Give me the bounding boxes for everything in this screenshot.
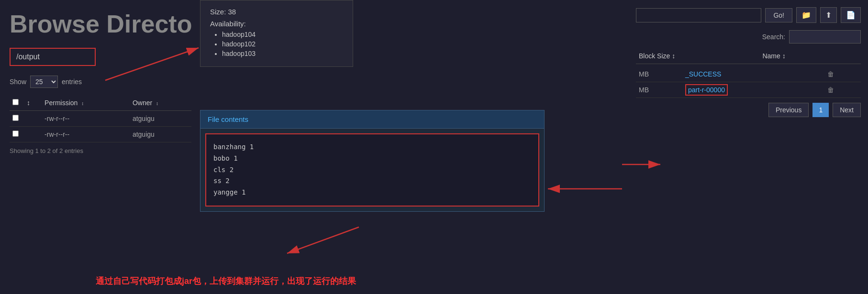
th-owner: Owner ↕ <box>130 95 191 111</box>
part-file-link[interactable]: part-r-00000 <box>685 84 728 96</box>
row1-delete-icon[interactable]: 🗑 <box>827 70 834 78</box>
content-line-2: bobo 1 <box>213 153 531 164</box>
row2-check[interactable] <box>12 131 19 137</box>
right-table-body: MB _SUCCESS 🗑 MB part-r-00000 🗑 <box>636 66 861 98</box>
th-sort[interactable]: ↕ <box>24 95 42 111</box>
right-row-1: MB _SUCCESS 🗑 <box>636 66 861 82</box>
tooltip-size: Size: 38 <box>210 8 343 16</box>
select-all-checkbox[interactable] <box>12 99 19 105</box>
success-file-link[interactable]: _SUCCESS <box>685 70 721 78</box>
left-panel: Browse Directo Show 25 50 100 entries ↕ … <box>0 0 201 294</box>
row1-delete: 🗑 <box>824 66 861 82</box>
tooltip-nodes-list: hadoop104 hadoop102 hadoop103 <box>222 31 343 57</box>
table-row: -rw-r--r-- atguigu <box>10 111 191 127</box>
next-button[interactable]: Next <box>833 103 861 117</box>
row1-block-size: MB <box>636 66 682 82</box>
content-line-5: yangge 1 <box>213 187 531 198</box>
page-1-button[interactable]: 1 <box>812 103 829 117</box>
tooltip-popup: Size: 38 Availability: hadoop104 hadoop1… <box>200 0 353 67</box>
th-actions <box>844 48 861 64</box>
show-entries-row: Show 25 50 100 entries <box>10 76 191 88</box>
row2-checkbox <box>10 127 24 142</box>
showing-text: Showing 1 to 2 of 2 entries <box>10 147 191 154</box>
row1-check[interactable] <box>12 115 19 121</box>
row1-empty <box>24 111 42 127</box>
folder-button[interactable]: 📁 <box>796 7 816 23</box>
row1-name: _SUCCESS <box>682 66 824 82</box>
table-header-row: ↕ Permission ↕ Owner ↕ <box>10 95 191 111</box>
row2-delete: 🗑 <box>824 82 861 98</box>
content-line-3: cls 2 <box>213 164 531 176</box>
content-line-4: ss 2 <box>213 175 531 187</box>
path-input-row <box>10 48 191 66</box>
th-permission: Permission ↕ <box>42 95 130 111</box>
name-sort-icon[interactable]: ↕ <box>782 52 786 60</box>
row1-owner: atguigu <box>130 111 191 127</box>
th-name: Name ↕ <box>759 48 844 64</box>
right-panel: Go! 📁 ⬆ 📄 Search: Block Size ↕ Name ↕ <box>629 0 868 294</box>
file-button[interactable]: 📄 <box>841 7 861 23</box>
owner-sort-icon[interactable]: ↕ <box>156 101 158 106</box>
search-row: Search: <box>636 30 861 44</box>
right-header-row: Block Size ↕ Name ↕ <box>636 48 861 64</box>
file-contents-header: File contents <box>200 110 544 129</box>
file-contents-panel: File contents banzhang 1 bobo 1 cls 2 ss… <box>200 110 545 212</box>
right-table-header: Block Size ↕ Name ↕ <box>636 48 861 64</box>
node-3: hadoop103 <box>222 50 343 57</box>
th-checkbox <box>10 95 24 111</box>
node-2: hadoop102 <box>222 40 343 48</box>
right-path-input[interactable] <box>636 8 761 22</box>
block-size-sort-icon[interactable]: ↕ <box>672 52 675 60</box>
main-container: Browse Directo Show 25 50 100 entries ↕ … <box>0 0 868 294</box>
right-row-2: MB part-r-00000 🗑 <box>636 82 861 98</box>
entries-select[interactable]: 25 50 100 <box>30 76 58 88</box>
tooltip-availability-label: Availability: <box>210 20 343 28</box>
path-input[interactable] <box>10 48 96 66</box>
search-input[interactable] <box>789 30 861 44</box>
upload-button[interactable]: ⬆ <box>820 7 837 23</box>
row2-permission: -rw-r--r-- <box>42 127 130 142</box>
show-label: Show <box>10 78 26 86</box>
annotation-text: 通过自己写代码打包成jar包，上传到集群并运行，出现了运行的结果 <box>96 275 356 287</box>
node-1: hadoop104 <box>222 31 343 38</box>
file-table: ↕ Permission ↕ Owner ↕ -rw-r--r-- atguig… <box>10 95 191 142</box>
permission-sort-icon[interactable]: ↕ <box>81 101 84 106</box>
pagination-row: Previous 1 Next <box>636 103 861 117</box>
row2-name: part-r-00000 <box>682 82 824 98</box>
file-contents-body: banzhang 1 bobo 1 cls 2 ss 2 yangge 1 <box>205 133 539 207</box>
content-line-1: banzhang 1 <box>213 142 531 153</box>
row1-permission: -rw-r--r-- <box>42 111 130 127</box>
row1-checkbox <box>10 111 24 127</box>
row2-empty <box>24 127 42 142</box>
svg-line-4 <box>287 227 359 253</box>
th-block-size: Block Size ↕ <box>636 48 759 64</box>
row2-delete-icon[interactable]: 🗑 <box>827 86 834 94</box>
row2-block-size: MB <box>636 82 682 98</box>
toolbar-row: Go! 📁 ⬆ 📄 <box>636 7 861 23</box>
row2-owner: atguigu <box>130 127 191 142</box>
page-title: Browse Directo <box>10 10 191 38</box>
previous-button[interactable]: Previous <box>768 103 809 117</box>
entries-label: entries <box>62 78 82 86</box>
search-label: Search: <box>762 33 785 41</box>
table-row: -rw-r--r-- atguigu <box>10 127 191 142</box>
go-button[interactable]: Go! <box>765 8 792 22</box>
table-body: -rw-r--r-- atguigu -rw-r--r-- atguigu <box>10 111 191 142</box>
